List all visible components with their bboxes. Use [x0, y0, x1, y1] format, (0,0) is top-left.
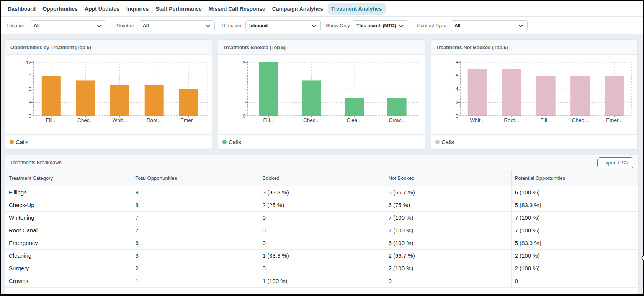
svg-text:2: 2: [455, 100, 458, 105]
svg-text:3: 3: [28, 100, 31, 105]
svg-text:Emer...: Emer...: [180, 117, 197, 123]
svg-text:Root...: Root...: [504, 117, 519, 123]
svg-text:0: 0: [28, 113, 31, 119]
svg-text:Whit...: Whit...: [112, 117, 127, 123]
svg-text:Chec...: Chec...: [303, 117, 320, 123]
svg-text:12: 12: [26, 60, 31, 66]
svg-text:0: 0: [242, 113, 245, 119]
svg-text:9: 9: [28, 73, 31, 79]
svg-text:8: 8: [455, 60, 458, 66]
svg-text:3: 3: [242, 60, 245, 66]
svg-text:Fill...: Fill...: [46, 117, 57, 123]
svg-text:Chec...: Chec...: [77, 117, 94, 123]
svg-text:Whit...: Whit...: [470, 117, 485, 123]
svg-text:Emer...: Emer...: [606, 117, 623, 123]
svg-text:Chec...: Chec...: [572, 117, 588, 123]
svg-text:6: 6: [28, 86, 31, 92]
svg-text:Crow...: Crow...: [389, 117, 405, 123]
svg-text:Fill...: Fill...: [263, 117, 275, 123]
svg-text:Clea...: Clea...: [347, 117, 361, 123]
svg-text:Root...: Root...: [147, 117, 162, 123]
svg-text:6: 6: [455, 73, 458, 79]
svg-text:Fill...: Fill...: [540, 117, 551, 123]
svg-text:4: 4: [455, 86, 458, 92]
svg-text:0: 0: [455, 113, 458, 119]
